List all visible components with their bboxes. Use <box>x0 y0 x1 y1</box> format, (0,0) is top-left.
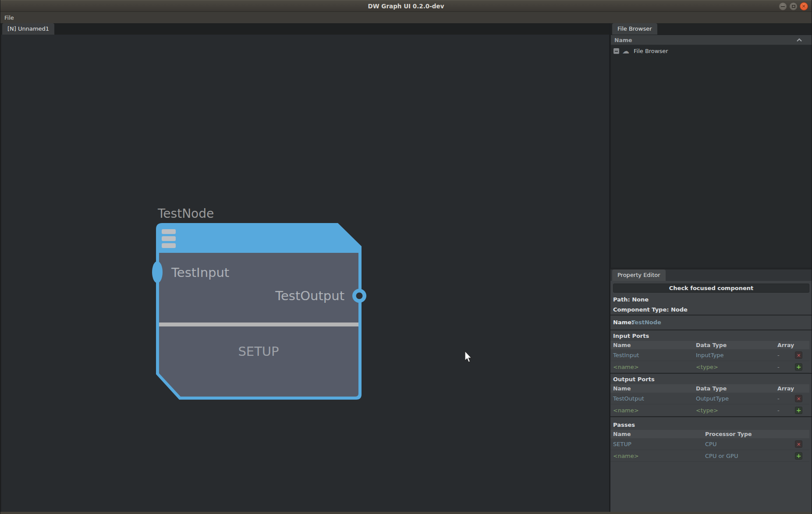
new-port-type-placeholder[interactable]: <type> <box>696 404 718 416</box>
output-port-label: TestOutput <box>275 288 344 303</box>
close-button[interactable]: ✕ <box>800 2 808 11</box>
tab-property-editor[interactable]: Property Editor <box>612 269 666 281</box>
node-title: TestNode <box>157 206 214 221</box>
file-browser-tabstrip: File Browser <box>610 23 812 35</box>
chevron-up-icon[interactable] <box>796 38 802 42</box>
tab-unnamed1[interactable]: [N] Unnamed1 <box>2 23 54 35</box>
path-label: Path: None <box>610 294 812 305</box>
input-port-connector[interactable] <box>152 261 163 283</box>
right-panel: File Browser Name ☁ File Browser Propert… <box>610 23 812 512</box>
new-port-type-placeholder[interactable]: <type> <box>696 361 718 373</box>
window-controls: ✕ <box>779 2 808 11</box>
tree-item-label: File Browser <box>634 46 668 57</box>
hamburger-icon[interactable] <box>162 229 176 248</box>
add-port-button[interactable]: + <box>795 363 802 371</box>
pass-name-value[interactable]: SETUP <box>613 438 631 450</box>
port-name-value[interactable]: TestInput <box>613 349 639 361</box>
mouse-cursor <box>464 350 474 364</box>
file-browser-panel: Name ☁ File Browser <box>610 35 812 268</box>
maximize-button[interactable] <box>789 2 798 11</box>
input-ports-title: Input Ports <box>610 330 812 341</box>
cloud-icon: ☁ <box>622 46 629 57</box>
table-row: <name> CPU or GPU + <box>610 450 809 462</box>
delete-port-button[interactable]: ✕ <box>795 395 802 402</box>
pass-processor-value[interactable]: CPU <box>705 438 716 450</box>
delete-port-button[interactable]: ✕ <box>795 351 802 359</box>
col-array: Array <box>777 384 794 393</box>
new-port-array-value[interactable]: - <box>777 361 780 373</box>
table-row: <name> <type> - + <box>610 404 809 416</box>
component-type-label: Component Type: Node <box>610 305 812 315</box>
divider <box>610 416 812 417</box>
node-section-divider <box>159 323 358 326</box>
file-browser-column-header[interactable]: Name <box>611 35 812 45</box>
table-row: TestOutput OutputType - ✕ <box>610 393 809 404</box>
collapse-expander-icon[interactable] <box>613 48 619 54</box>
passes-title: Passes <box>610 419 812 430</box>
col-name: Name <box>613 384 631 393</box>
port-type-value[interactable]: InputType <box>696 349 724 361</box>
input-port-label: TestInput <box>171 265 229 280</box>
maximize-icon <box>792 5 795 8</box>
output-ports-header: Name Data Type Array <box>610 384 809 393</box>
menubar: File <box>0 12 812 23</box>
col-data-type: Data Type <box>696 341 727 349</box>
new-pass-processor-placeholder[interactable]: CPU or GPU <box>705 450 738 462</box>
col-processor-type: Processor Type <box>705 430 752 438</box>
new-port-name-placeholder[interactable]: <name> <box>613 404 639 416</box>
passes-header: Name Processor Type <box>610 430 809 438</box>
input-ports-header: Name Data Type Array <box>610 341 809 349</box>
node-pass-label: SETUP <box>238 344 279 359</box>
table-row: SETUP CPU ✕ <box>610 438 809 450</box>
name-label: Name: <box>613 315 634 330</box>
column-name-label: Name <box>614 35 632 45</box>
name-field-row[interactable]: Name: TestNode <box>610 315 812 330</box>
close-icon: ✕ <box>802 4 806 9</box>
output-port-hole <box>356 293 363 299</box>
tab-file-browser[interactable]: File Browser <box>612 23 657 35</box>
tree-item-file-browser[interactable]: ☁ File Browser <box>611 46 812 57</box>
menu-file[interactable]: File <box>0 12 18 23</box>
col-name: Name <box>613 341 631 349</box>
window-title: DW Graph UI 0.2.0-dev <box>0 0 812 12</box>
window-bottom-edge <box>0 512 812 514</box>
graph-canvas[interactable]: TestNode TestInput TestOutput SETUP <box>0 35 609 512</box>
minimize-icon <box>781 6 785 7</box>
port-name-value[interactable]: TestOutput <box>613 393 644 404</box>
check-focused-component-button[interactable]: Check focused component <box>613 284 809 293</box>
graph-node-testnode[interactable]: TestNode TestInput TestOutput SETUP <box>150 203 369 409</box>
titlebar[interactable]: DW Graph UI 0.2.0-dev ✕ <box>0 0 812 12</box>
new-pass-name-placeholder[interactable]: <name> <box>613 450 639 462</box>
table-row: <name> <type> - + <box>610 361 809 373</box>
port-array-value[interactable]: - <box>777 349 780 361</box>
add-pass-button[interactable]: + <box>795 452 802 460</box>
canvas-tabstrip: [N] Unnamed1 <box>0 23 609 35</box>
delete-pass-button[interactable]: ✕ <box>795 440 802 448</box>
minimize-button[interactable] <box>779 2 787 11</box>
col-array: Array <box>777 341 794 349</box>
col-data-type: Data Type <box>696 384 727 393</box>
port-array-value[interactable]: - <box>777 393 780 404</box>
col-name: Name <box>613 430 631 438</box>
property-editor-tabstrip: Property Editor <box>610 269 812 281</box>
app-window: DW Graph UI 0.2.0-dev ✕ File [N] Unnamed… <box>0 0 812 514</box>
new-port-name-placeholder[interactable]: <name> <box>613 361 639 373</box>
property-editor-panel: Property Editor Check focused component … <box>610 268 812 512</box>
output-ports-title: Output Ports <box>610 374 812 384</box>
add-port-button[interactable]: + <box>795 407 802 414</box>
port-type-value[interactable]: OutputType <box>696 393 729 404</box>
table-row: TestInput InputType - ✕ <box>610 349 809 361</box>
new-port-array-value[interactable]: - <box>777 404 780 416</box>
name-value[interactable]: TestNode <box>631 315 661 330</box>
